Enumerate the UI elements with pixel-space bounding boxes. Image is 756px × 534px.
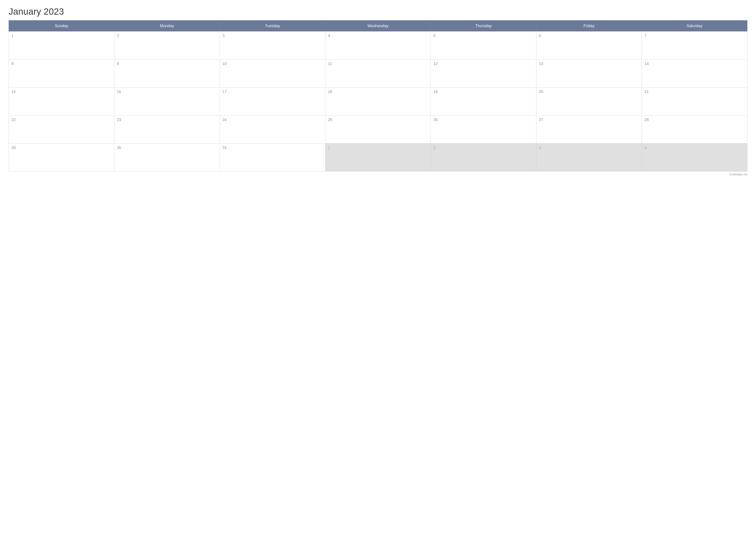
calendar-day-cell[interactable]: 24 xyxy=(220,115,325,143)
calendar-day-cell[interactable]: 31 xyxy=(220,143,325,171)
calendar-week-row: 15161718192021 xyxy=(9,88,747,115)
calendar-day-cell[interactable]: 15 xyxy=(9,88,115,115)
calendar-table: SundayMondayTuesdayWednesdayThursdayFrid… xyxy=(9,20,747,171)
calendar-week-row: 2930311234 xyxy=(9,143,747,171)
calendar-day-cell[interactable]: 5 xyxy=(431,32,536,60)
calendar-day-cell[interactable]: 2 xyxy=(431,143,536,171)
calendar-day-cell[interactable]: 19 xyxy=(431,88,536,115)
weekday-header-wednesday: Wednesday xyxy=(325,20,431,32)
calendar-week-row: 891011121314 xyxy=(9,60,747,88)
calendar-day-cell[interactable]: 3 xyxy=(220,32,325,60)
calendar-day-cell[interactable]: 7 xyxy=(642,32,747,60)
calendar-day-cell[interactable]: 17 xyxy=(220,88,325,115)
calendar-day-cell[interactable]: 4 xyxy=(325,32,431,60)
calendar-day-cell[interactable]: 20 xyxy=(536,88,642,115)
calendar-day-cell[interactable]: 30 xyxy=(114,143,220,171)
calendar-day-cell[interactable]: 8 xyxy=(9,60,115,88)
weekday-header-thursday: Thursday xyxy=(431,20,536,32)
calendar-day-cell[interactable]: 22 xyxy=(9,115,115,143)
weekday-header-sunday: Sunday xyxy=(9,20,115,32)
calendar-day-cell[interactable]: 12 xyxy=(431,60,536,88)
calendar-day-cell[interactable]: 1 xyxy=(325,143,431,171)
weekday-header-monday: Monday xyxy=(114,20,220,32)
calendar-day-cell[interactable]: 26 xyxy=(431,115,536,143)
page-title: January 2023 xyxy=(9,7,747,17)
weekday-header-row: SundayMondayTuesdayWednesdayThursdayFrid… xyxy=(9,20,747,32)
calendar-day-cell[interactable]: 21 xyxy=(642,88,747,115)
weekday-header-tuesday: Tuesday xyxy=(220,20,325,32)
weekday-header-saturday: Saturday xyxy=(642,20,747,32)
calendar-day-cell[interactable]: 14 xyxy=(642,60,747,88)
calendar-day-cell[interactable]: 18 xyxy=(325,88,431,115)
calendar-week-row: 22232425262728 xyxy=(9,115,747,143)
watermark: iCalendars.net xyxy=(9,173,747,176)
calendar-day-cell[interactable]: 23 xyxy=(114,115,220,143)
weekday-header-friday: Friday xyxy=(536,20,642,32)
calendar-day-cell[interactable]: 6 xyxy=(536,32,642,60)
calendar-day-cell[interactable]: 4 xyxy=(642,143,747,171)
calendar-day-cell[interactable]: 28 xyxy=(642,115,747,143)
calendar-day-cell[interactable]: 16 xyxy=(114,88,220,115)
calendar-day-cell[interactable]: 27 xyxy=(536,115,642,143)
calendar-day-cell[interactable]: 29 xyxy=(9,143,115,171)
calendar-day-cell[interactable]: 11 xyxy=(325,60,431,88)
calendar-day-cell[interactable]: 2 xyxy=(114,32,220,60)
calendar-day-cell[interactable]: 10 xyxy=(220,60,325,88)
calendar-day-cell[interactable]: 25 xyxy=(325,115,431,143)
calendar-day-cell[interactable]: 9 xyxy=(114,60,220,88)
calendar-day-cell[interactable]: 13 xyxy=(536,60,642,88)
calendar-day-cell[interactable]: 3 xyxy=(536,143,642,171)
calendar-week-row: 1234567 xyxy=(9,32,747,60)
calendar-day-cell[interactable]: 1 xyxy=(9,32,115,60)
